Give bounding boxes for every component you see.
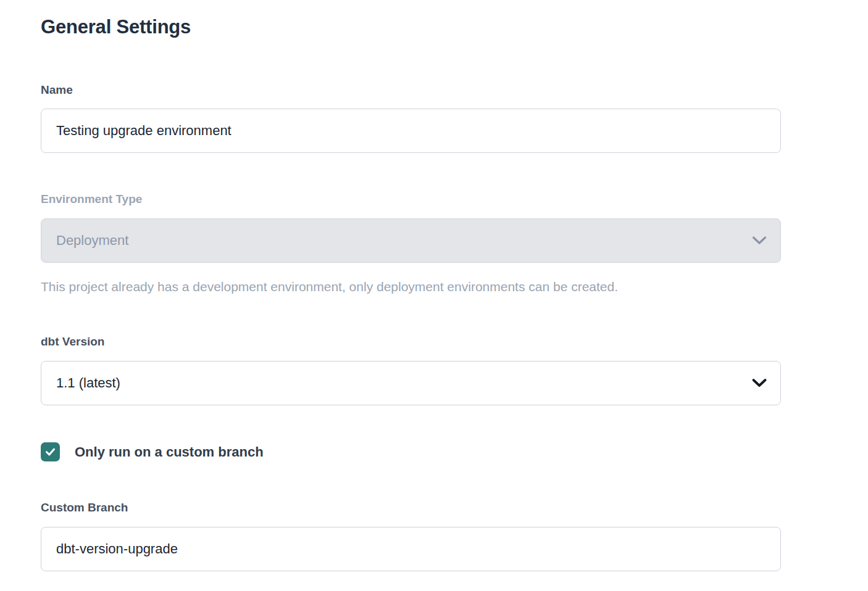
chevron-down-icon	[752, 379, 767, 388]
environment-type-label: Environment Type	[41, 192, 781, 207]
dbt-version-label: dbt Version	[41, 335, 781, 349]
custom-branch-checkbox[interactable]	[41, 442, 60, 461]
custom-branch-input[interactable]	[41, 527, 781, 571]
environment-type-value: Deployment	[56, 233, 743, 249]
page-title: General Settings	[41, 17, 781, 38]
name-input[interactable]	[41, 109, 781, 153]
environment-type-helper-text: This project already has a development e…	[41, 279, 781, 294]
custom-branch-label: Custom Branch	[41, 501, 781, 515]
environment-type-select: Deployment	[41, 218, 781, 263]
dbt-version-value: 1.1 (latest)	[56, 375, 743, 391]
custom-branch-checkbox-row: Only run on a custom branch	[41, 442, 781, 461]
custom-branch-checkbox-label[interactable]: Only run on a custom branch	[75, 444, 264, 460]
dbt-version-select[interactable]: 1.1 (latest)	[41, 361, 781, 405]
name-label: Name	[41, 83, 781, 97]
general-settings-panel: General Settings Name Environment Type D…	[0, 0, 781, 571]
checkmark-icon	[44, 446, 56, 458]
chevron-down-icon	[752, 236, 767, 246]
